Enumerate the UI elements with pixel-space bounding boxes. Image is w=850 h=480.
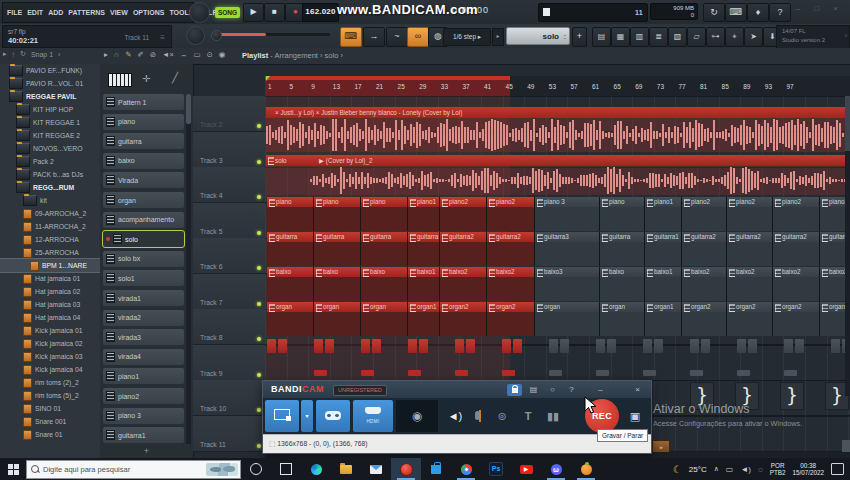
- track-led-icon[interactable]: [257, 444, 261, 448]
- window-controls[interactable]: – □ ×: [796, 4, 844, 13]
- track-header[interactable]: Track 5: [193, 203, 265, 239]
- browser-item[interactable]: Hat jamaica 02: [0, 285, 100, 298]
- browser-item[interactable]: 09-ARROCHA_2: [0, 207, 100, 220]
- screenshot-button[interactable]: ▣: [623, 400, 647, 432]
- pattern-clip-organ[interactable]: organ2: [440, 302, 487, 336]
- browser-item[interactable]: Pack 2: [0, 155, 100, 168]
- pattern-item[interactable]: virada3: [103, 329, 184, 345]
- browser-item[interactable]: NOVOS...VERO: [0, 142, 100, 155]
- pattern-clip-small[interactable]: »: [652, 440, 670, 452]
- pattern-item[interactable]: baixo: [103, 153, 184, 169]
- start-button[interactable]: [0, 458, 26, 480]
- pattern-item[interactable]: piano: [103, 114, 184, 130]
- typing-to-piano-button[interactable]: ⌨: [340, 27, 362, 47]
- select-icon[interactable]: ▭: [193, 50, 200, 59]
- track-led-icon[interactable]: [257, 337, 261, 341]
- mini-clip[interactable]: [419, 339, 428, 353]
- mini-clip[interactable]: [607, 339, 616, 353]
- track-led-icon[interactable]: [257, 266, 261, 270]
- browser-item[interactable]: Hat jamaica 04: [0, 311, 100, 324]
- pattern-clip-organ[interactable]: organ2: [727, 302, 773, 336]
- browser-item[interactable]: KIT REGGAE 2: [0, 129, 100, 142]
- pattern-item[interactable]: acompanhamento: [103, 212, 184, 228]
- pattern-clip-baixo[interactable]: baixo2: [440, 267, 487, 301]
- webcam-button[interactable]: ◉: [396, 400, 438, 432]
- play-button[interactable]: ▶: [243, 3, 264, 22]
- mini-clip[interactable]: [831, 339, 840, 353]
- micro-clip[interactable]: [596, 370, 609, 376]
- playlist-menu-icon[interactable]: ▸: [104, 50, 108, 59]
- menu-edit[interactable]: EDIT: [27, 9, 43, 16]
- pattern-item[interactable]: virada2: [103, 310, 184, 326]
- browser-item[interactable]: 12-ARROCHA: [0, 233, 100, 246]
- pattern-clip-piano[interactable]: piano1: [645, 197, 682, 231]
- pattern-clip-baixo[interactable]: baixo: [361, 267, 408, 301]
- breadcrumb-arrangement[interactable]: Arrangement: [275, 51, 318, 60]
- fl-studio-icon[interactable]: [571, 458, 601, 480]
- browser-refresh-icon[interactable]: ↻: [20, 50, 26, 58]
- mini-clip[interactable]: [408, 339, 417, 353]
- tray-expand-icon[interactable]: ∧: [714, 465, 719, 473]
- step-snap-dropdown[interactable]: 1/6 step ▸: [443, 28, 491, 46]
- mini-clip[interactable]: [513, 339, 522, 353]
- zoom-icon[interactable]: ⊙: [206, 50, 212, 59]
- volume-tray-icon[interactable]: ◄): [740, 465, 751, 474]
- pattern-item[interactable]: solo1: [103, 270, 184, 286]
- browser-item[interactable]: Kick jamaica 02: [0, 337, 100, 350]
- mini-clip[interactable]: [560, 339, 569, 353]
- pattern-item[interactable]: guitarra: [103, 133, 184, 149]
- pattern-clip-piano[interactable]: piano2: [727, 197, 773, 231]
- wait-input-button[interactable]: ~: [386, 27, 408, 47]
- pattern-clip-baixo[interactable]: baixo2: [727, 267, 773, 301]
- task-view-icon[interactable]: [271, 458, 301, 480]
- main-volume-knob[interactable]: [189, 2, 210, 23]
- browser-item[interactable]: REGGAE PAVIL: [0, 90, 100, 103]
- browser-item[interactable]: PAVIO R...VOL. 01: [0, 77, 100, 90]
- pattern-item[interactable]: Virada: [103, 172, 184, 188]
- pattern-item[interactable]: piano1: [103, 368, 184, 384]
- pattern-item[interactable]: organ: [103, 192, 184, 208]
- channel-rack-button[interactable]: ▥: [630, 27, 649, 47]
- mini-clip[interactable]: [654, 339, 663, 353]
- piano-icon[interactable]: [108, 73, 132, 87]
- display-tray-icon[interactable]: ▭: [726, 465, 734, 474]
- pause-button[interactable]: ▮▮: [543, 400, 563, 432]
- mini-clip[interactable]: [690, 339, 699, 353]
- mic-icon[interactable]: ♦: [747, 3, 769, 22]
- pattern-item[interactable]: solo: [103, 231, 184, 247]
- browser-item[interactable]: 11-ARROCHA_2: [0, 220, 100, 233]
- pattern-clip-baixo[interactable]: baixo2: [682, 267, 727, 301]
- browser-item[interactable]: Hat jamaica 03: [0, 298, 100, 311]
- mini-clip[interactable]: [372, 339, 381, 353]
- pattern-clip-piano[interactable]: piano: [267, 197, 314, 231]
- pattern-clip-piano[interactable]: piano1: [408, 197, 440, 231]
- pattern-clip-baixo[interactable]: baixo: [600, 267, 645, 301]
- mini-clip[interactable]: [314, 339, 323, 353]
- breadcrumb-pattern[interactable]: solo: [325, 51, 339, 60]
- browser-item[interactable]: BPM 1...NARE: [0, 259, 100, 272]
- pattern-clip-piano[interactable]: piano 3: [535, 197, 600, 231]
- pencil-icon[interactable]: ✐: [137, 50, 143, 59]
- help-icon[interactable]: ?: [769, 3, 791, 22]
- track-led-icon[interactable]: [257, 124, 261, 128]
- pattern-clip-organ[interactable]: organ: [600, 302, 645, 336]
- pattern-selector[interactable]: solo:: [506, 27, 570, 45]
- move-icon[interactable]: ✛: [142, 73, 150, 84]
- micro-clip[interactable]: [690, 370, 703, 376]
- track-led-icon[interactable]: [257, 160, 261, 164]
- mini-clip[interactable]: [748, 339, 757, 353]
- plugin-picker-button[interactable]: ▱: [687, 27, 706, 47]
- link-button[interactable]: ∞: [407, 27, 429, 47]
- pattern-clip-guitarra[interactable]: guitarra: [267, 232, 314, 266]
- pattern-clip-baixo[interactable]: baixo: [314, 267, 361, 301]
- mic-button[interactable]: [469, 400, 485, 432]
- browser-snap-arrow[interactable]: ›: [58, 51, 60, 58]
- browser-item[interactable]: rim toms (2)_2: [0, 376, 100, 389]
- browser-item[interactable]: kit: [0, 194, 100, 207]
- micro-clip[interactable]: [784, 370, 797, 376]
- pattern-clip-organ[interactable]: organ: [535, 302, 600, 336]
- pattern-clip-guitarra[interactable]: guitarra2: [440, 232, 487, 266]
- track-header[interactable]: Track 9: [193, 345, 265, 381]
- stop-button[interactable]: ■: [264, 3, 285, 22]
- cortana-icon[interactable]: [241, 458, 271, 480]
